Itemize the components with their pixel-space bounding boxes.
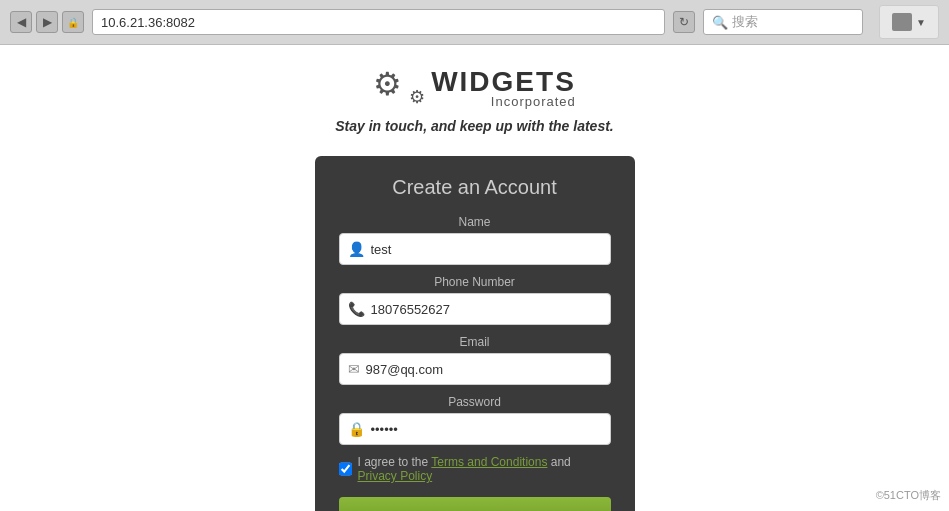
forward-button[interactable]: ▶ xyxy=(36,11,58,33)
agree-text: I agree to the Terms and Conditions and … xyxy=(358,455,611,483)
email-label: Email xyxy=(339,335,611,349)
back-button[interactable]: ◀ xyxy=(10,11,32,33)
browser-action-area: ▼ xyxy=(879,5,939,39)
agree-checkbox[interactable] xyxy=(339,462,352,476)
password-field-group: Password 🔒 xyxy=(339,395,611,445)
search-bar[interactable]: 🔍 搜索 xyxy=(703,9,863,35)
search-placeholder: 搜索 xyxy=(732,13,758,31)
nav-buttons: ◀ ▶ 🔒 xyxy=(10,11,84,33)
logo-area: ⚙ ⚙ WIDGETS Incorporated Stay in touch, … xyxy=(335,65,613,150)
form-card: Create an Account Name 👤 Phone Number 📞 … xyxy=(315,156,635,511)
name-input[interactable] xyxy=(371,242,602,257)
user-icon: 👤 xyxy=(348,241,365,257)
phone-field-group: Phone Number 📞 xyxy=(339,275,611,325)
password-input-wrapper: 🔒 xyxy=(339,413,611,445)
logo-row: ⚙ ⚙ WIDGETS Incorporated xyxy=(373,65,576,110)
terms-link[interactable]: Terms and Conditions xyxy=(431,455,547,469)
refresh-button[interactable]: ↻ xyxy=(673,11,695,33)
password-label: Password xyxy=(339,395,611,409)
phone-input[interactable] xyxy=(371,302,602,317)
gear-small-icon: ⚙ xyxy=(409,86,425,108)
name-field-group: Name 👤 xyxy=(339,215,611,265)
name-label: Name xyxy=(339,215,611,229)
watermark: ©51CTO博客 xyxy=(876,488,941,503)
browser-icon xyxy=(892,13,912,31)
privacy-link[interactable]: Privacy Policy xyxy=(358,469,433,483)
tagline: Stay in touch, and keep up with the late… xyxy=(335,118,613,134)
logo-text-block: WIDGETS Incorporated xyxy=(431,66,576,109)
terms-checkbox-row: I agree to the Terms and Conditions and … xyxy=(339,455,611,483)
page-content: ⚙ ⚙ WIDGETS Incorporated Stay in touch, … xyxy=(0,45,949,511)
dropdown-arrow[interactable]: ▼ xyxy=(916,17,926,28)
create-account-button[interactable]: Create Account xyxy=(339,497,611,511)
password-input[interactable] xyxy=(371,422,602,437)
address-bar[interactable]: 10.6.21.36:8082 xyxy=(92,9,665,35)
name-input-wrapper: 👤 xyxy=(339,233,611,265)
phone-icon: 📞 xyxy=(348,301,365,317)
lock-icon: 🔒 xyxy=(62,11,84,33)
form-title: Create an Account xyxy=(339,176,611,199)
phone-input-wrapper: 📞 xyxy=(339,293,611,325)
email-field-group: Email ✉ xyxy=(339,335,611,385)
email-input-wrapper: ✉ xyxy=(339,353,611,385)
address-text: 10.6.21.36:8082 xyxy=(101,15,195,30)
email-input[interactable] xyxy=(366,362,602,377)
phone-label: Phone Number xyxy=(339,275,611,289)
gear-large-icon: ⚙ xyxy=(373,65,402,103)
lock-field-icon: 🔒 xyxy=(348,421,365,437)
email-icon: ✉ xyxy=(348,361,360,377)
logo-gears: ⚙ ⚙ xyxy=(373,65,423,110)
search-icon: 🔍 xyxy=(712,15,728,30)
browser-chrome: ◀ ▶ 🔒 10.6.21.36:8082 ↻ 🔍 搜索 ▼ xyxy=(0,0,949,45)
